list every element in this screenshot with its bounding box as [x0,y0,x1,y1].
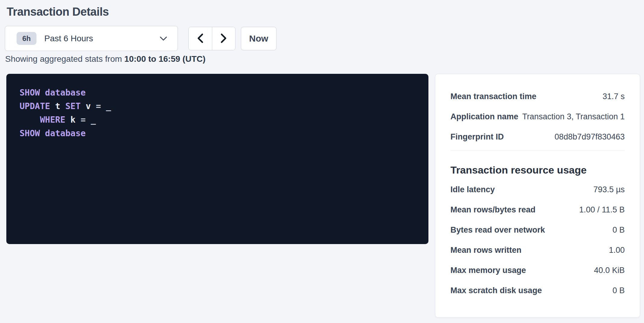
page-title: Transaction Details [7,5,109,18]
stat-row: Mean rows written1.00 [450,243,625,257]
stat-label: Idle latency [450,185,495,194]
stat-value: 1.00 / 11.5 B [579,205,625,215]
time-range-label: Past 6 Hours [44,34,93,43]
time-range-badge: 6h [17,32,36,45]
next-interval-button[interactable] [212,27,235,50]
time-range-selector[interactable]: 6h Past 6 Hours [5,26,178,51]
stat-value: Transaction 3, Transaction 1 [522,112,625,121]
stat-value: 0 B [612,286,625,295]
stat-label: Bytes read over network [450,225,545,235]
chevron-left-icon [197,33,204,44]
sql-statement-line: WHERE k = _ [20,113,416,127]
stat-value: 40.0 KiB [594,266,625,275]
stat-label: Mean rows/bytes read [450,205,535,215]
stat-value: 793.5 µs [593,185,625,194]
chevron-down-icon [159,36,167,41]
card-divider [450,150,625,151]
stat-value: 1.00 [609,246,625,255]
stat-label: Mean rows written [450,246,522,255]
stat-label: Application name [450,112,518,121]
previous-interval-button[interactable] [189,27,212,50]
aggregated-stats-prefix: Showing aggregated stats from [5,54,124,64]
stat-row: Bytes read over network0 B [450,223,625,237]
transaction-details-card: Mean transaction time31.7 sApplication n… [435,74,640,318]
stat-row: Max memory usage40.0 KiB [450,264,625,277]
stat-label: Fingerprint ID [450,132,504,142]
stat-label: Max memory usage [450,266,526,275]
stat-value: 0 B [612,225,625,235]
stat-value: 31.7 s [602,92,625,101]
stat-value: 08d8b7d97f830463 [554,132,625,142]
sql-statement-line: SHOW database [20,127,416,140]
stat-row: Fingerprint ID08d8b7d97f830463 [450,130,625,143]
stat-row: Idle latency793.5 µs [450,183,625,196]
resource-usage-heading: Transaction resource usage [450,163,625,177]
summary-rows: Mean transaction time31.7 sApplication n… [450,90,625,143]
resource-rows: Idle latency793.5 µsMean rows/bytes read… [450,183,625,297]
aggregated-stats-caption: Showing aggregated stats from 10:00 to 1… [5,54,206,64]
stat-row: Mean transaction time31.7 s [450,90,625,103]
now-button[interactable]: Now [241,27,276,50]
time-nav-group [188,27,235,50]
transaction-statements-box: SHOW databaseUPDATE t SET v = _ WHERE k … [6,74,428,244]
stat-row: Max scratch disk usage0 B [450,284,625,297]
sql-statement-line: SHOW database [20,86,416,99]
stat-label: Max scratch disk usage [450,286,542,295]
stat-label: Mean transaction time [450,92,536,101]
chevron-right-icon [220,33,227,44]
stat-row: Mean rows/bytes read1.00 / 11.5 B [450,203,625,216]
sql-statement-line: UPDATE t SET v = _ [20,99,416,113]
aggregated-stats-range: 10:00 to 16:59 (UTC) [124,54,205,64]
stat-row: Application nameTransaction 3, Transacti… [450,110,625,123]
